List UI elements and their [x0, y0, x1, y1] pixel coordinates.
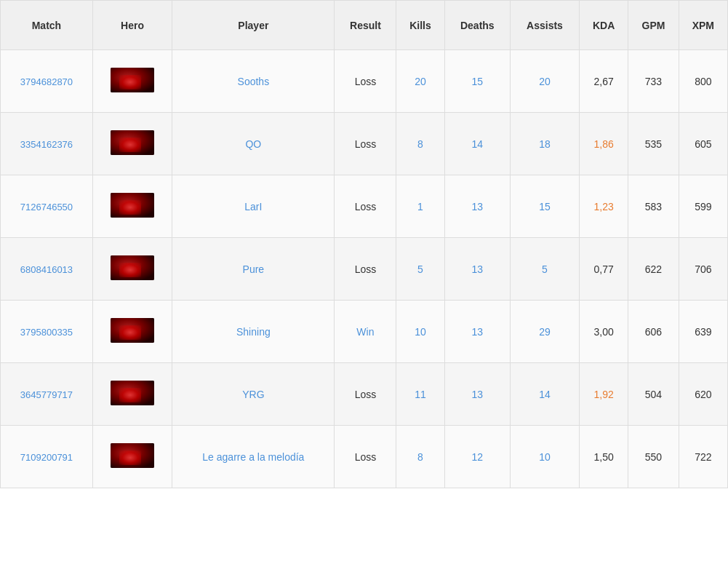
hero-cell: [92, 175, 172, 238]
col-header-match: Match: [1, 1, 93, 50]
assists-cell: 18: [511, 113, 580, 175]
player-link[interactable]: QO: [245, 138, 261, 150]
table-row: 3794682870SoothsLoss2015202,67733800: [1, 50, 728, 113]
kills-cell: 11: [396, 363, 444, 426]
match-id-link[interactable]: 3794682870: [20, 76, 73, 87]
kda-cell: 3,00: [579, 301, 628, 363]
gpm-cell: 622: [628, 238, 679, 301]
gpm-cell: 606: [628, 301, 679, 363]
xpm-cell: 722: [679, 426, 727, 488]
player-cell: Pure: [172, 238, 335, 301]
hero-image: [111, 318, 154, 343]
xpm-cell: 620: [679, 363, 727, 426]
match-id-link[interactable]: 3645779717: [20, 389, 73, 400]
xpm-cell: 706: [679, 238, 727, 301]
match-id-cell: 6808416013: [1, 238, 93, 301]
table-row: 3795800335ShiningWin1013293,00606639: [1, 301, 728, 363]
deaths-cell: 13: [444, 238, 510, 301]
hero-image: [111, 193, 154, 218]
player-cell: LarI: [172, 175, 335, 238]
kda-cell: 1,50: [579, 426, 628, 488]
match-id-link[interactable]: 7126746550: [20, 202, 73, 212]
match-id-cell: 3795800335: [1, 301, 93, 363]
kda-cell: 0,77: [579, 238, 628, 301]
deaths-cell: 13: [444, 363, 510, 426]
col-header-result: Result: [335, 1, 396, 50]
table-row: 6808416013PureLoss51350,77622706: [1, 238, 728, 301]
player-link[interactable]: Pure: [243, 263, 265, 275]
hero-cell: [92, 113, 172, 175]
table-header-row: Match Hero Player Result Kills Deaths As…: [1, 1, 728, 50]
col-header-gpm: GPM: [628, 1, 679, 50]
hero-image: [111, 130, 154, 155]
player-link[interactable]: Shining: [236, 326, 271, 338]
col-header-hero: Hero: [92, 1, 172, 50]
hero-cell: [92, 238, 172, 301]
player-cell: Shining: [172, 301, 335, 363]
match-id-link[interactable]: 3354162376: [20, 139, 73, 150]
player-cell: QO: [172, 113, 335, 175]
hero-cell: [92, 301, 172, 363]
table-row: 3645779717YRGLoss1113141,92504620: [1, 363, 728, 426]
kills-cell: 5: [396, 238, 444, 301]
result-cell: Loss: [335, 238, 396, 301]
assists-cell: 20: [511, 50, 580, 113]
match-id-link[interactable]: 3795800335: [20, 327, 73, 338]
deaths-cell: 14: [444, 113, 510, 175]
kills-cell: 1: [396, 175, 444, 238]
assists-cell: 14: [511, 363, 580, 426]
player-cell: Sooths: [172, 50, 335, 113]
assists-cell: 5: [511, 238, 580, 301]
table-row: 7109200791Le agarre a la melodíaLoss8121…: [1, 426, 728, 488]
result-cell: Win: [335, 301, 396, 363]
assists-cell: 29: [511, 301, 580, 363]
player-link[interactable]: Le agarre a la melodía: [202, 451, 304, 463]
kills-cell: 8: [396, 113, 444, 175]
hero-image: [111, 443, 154, 468]
result-cell: Loss: [335, 426, 396, 488]
match-id-cell: 7109200791: [1, 426, 93, 488]
xpm-cell: 605: [679, 113, 727, 175]
col-header-kills: Kills: [396, 1, 444, 50]
assists-cell: 15: [511, 175, 580, 238]
hero-cell: [92, 426, 172, 488]
gpm-cell: 550: [628, 426, 679, 488]
xpm-cell: 639: [679, 301, 727, 363]
kda-cell: 1,92: [579, 363, 628, 426]
gpm-cell: 504: [628, 363, 679, 426]
kda-cell: 1,23: [579, 175, 628, 238]
deaths-cell: 15: [444, 50, 510, 113]
kills-cell: 20: [396, 50, 444, 113]
col-header-xpm: XPM: [679, 1, 727, 50]
player-link[interactable]: Sooths: [238, 76, 270, 87]
table-row: 7126746550LarILoss113151,23583599: [1, 175, 728, 238]
xpm-cell: 599: [679, 175, 727, 238]
xpm-cell: 800: [679, 50, 727, 113]
col-header-kda: KDA: [579, 1, 628, 50]
gpm-cell: 583: [628, 175, 679, 238]
hero-cell: [92, 50, 172, 113]
col-header-assists: Assists: [511, 1, 580, 50]
match-id-link[interactable]: 6808416013: [20, 264, 73, 275]
hero-image: [111, 381, 154, 405]
player-cell: Le agarre a la melodía: [172, 426, 335, 488]
deaths-cell: 12: [444, 426, 510, 488]
assists-cell: 10: [511, 426, 580, 488]
result-cell: Loss: [335, 50, 396, 113]
player-link[interactable]: LarI: [244, 201, 262, 212]
gpm-cell: 733: [628, 50, 679, 113]
matches-table: Match Hero Player Result Kills Deaths As…: [0, 0, 728, 488]
hero-image: [111, 255, 154, 280]
result-cell: Loss: [335, 175, 396, 238]
kills-cell: 10: [396, 301, 444, 363]
match-id-link[interactable]: 7109200791: [20, 452, 73, 463]
deaths-cell: 13: [444, 301, 510, 363]
player-link[interactable]: YRG: [242, 389, 264, 400]
col-header-deaths: Deaths: [444, 1, 510, 50]
col-header-player: Player: [172, 1, 335, 50]
deaths-cell: 13: [444, 175, 510, 238]
gpm-cell: 535: [628, 113, 679, 175]
match-id-cell: 3354162376: [1, 113, 93, 175]
result-cell: Loss: [335, 363, 396, 426]
match-id-cell: 7126746550: [1, 175, 93, 238]
